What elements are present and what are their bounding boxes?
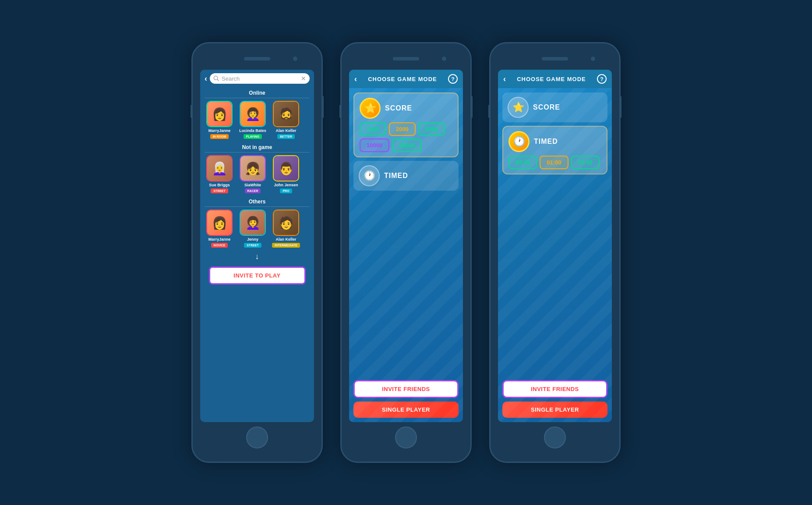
avatar-face-1: 👩: [207, 102, 232, 126]
screen3-header: ‹ CHOOSE GAME MODE ?: [498, 70, 612, 88]
bottom-buttons-2: INVITE FRIENDS SINGLE PLAYER: [353, 377, 459, 418]
timed-icon-3: 🕐: [508, 131, 530, 152]
score-mode-card-3[interactable]: ⭐ SCORE: [502, 92, 607, 122]
timed-mode-card-3[interactable]: 🕐 TIMED 00:45 01:00 01:30: [502, 126, 607, 174]
friend-name-john: John Jensen: [274, 183, 298, 187]
phone-home-button-3[interactable]: [544, 427, 566, 448]
friend-card-alan2[interactable]: 🧑 Alan Keller INTERMEDIATE: [270, 210, 302, 248]
friend-name-sia: SiaWhite: [244, 183, 261, 187]
single-player-button-3[interactable]: SINGLE PLAYER: [502, 402, 607, 418]
single-player-button-2[interactable]: SINGLE PLAYER: [353, 402, 459, 418]
search-clear-icon[interactable]: ✕: [301, 75, 306, 82]
help-button-2[interactable]: ?: [448, 74, 458, 84]
time-0045[interactable]: 00:45: [508, 156, 537, 169]
screen-2: ‹ CHOOSE GAME MODE ? ⭐ SCORE 1000 2000 5…: [349, 70, 463, 422]
phone-2: ‹ CHOOSE GAME MODE ? ⭐ SCORE 1000 2000 5…: [340, 42, 472, 463]
badge-marryjanne2: NOVICE: [211, 243, 228, 248]
friend-card-john[interactable]: 👨 John Jensen PRO: [270, 155, 302, 193]
screen2-title: CHOOSE GAME MODE: [357, 76, 448, 82]
invite-to-play-button[interactable]: INVITE TO PLAY: [209, 267, 306, 285]
friend-card-marryjanne[interactable]: 👩 MarryJanne IN ROOM: [204, 101, 235, 139]
phone-speaker-1: [244, 57, 270, 60]
online-section-label: Online: [200, 87, 314, 98]
side-button-right-3: [620, 96, 621, 118]
score-2000[interactable]: 2000: [389, 122, 416, 136]
not-in-game-section-label: Not in game: [200, 142, 314, 152]
avatar-jenny: 👩‍🦱: [240, 210, 266, 236]
score-25000[interactable]: 25000: [392, 139, 422, 152]
side-button-left-2: [339, 105, 341, 118]
avatar-face-6: 👨: [274, 156, 298, 181]
invite-friends-button-3[interactable]: INVITE FRIENDS: [502, 380, 607, 398]
phone-1: ‹ Search ✕ Online 👩 MarryJanne: [191, 42, 323, 463]
back-button-1[interactable]: ‹: [205, 74, 207, 83]
friend-name-marryjanne: MarryJanne: [208, 128, 231, 133]
screen-3: ‹ CHOOSE GAME MODE ? ⭐ SCORE 🕐 TIMED 00:…: [498, 70, 612, 422]
time-0130[interactable]: 01:30: [571, 156, 600, 169]
screen1-header: ‹ Search ✕: [200, 70, 314, 87]
timed-mode-header: 🕐 TIMED: [359, 165, 453, 186]
avatar-alan1: 🧔: [273, 101, 299, 127]
avatar-face-4: 👩‍🦳: [207, 156, 232, 181]
score-mode-header-3: ⭐ SCORE: [508, 97, 602, 118]
badge-sue: STREET: [211, 188, 228, 193]
search-placeholder: Search: [222, 75, 299, 82]
score-5000[interactable]: 5000: [418, 122, 445, 136]
friend-name-sue: Sue Briggs: [209, 183, 230, 187]
timed-label-3: TIMED: [534, 138, 558, 146]
score-mode-header: ⭐ SCORE: [360, 98, 452, 119]
side-button-right-2: [471, 96, 473, 118]
friends-list-content: Online 👩 MarryJanne IN ROOM 👩‍🦱 Lucinda …: [200, 87, 314, 422]
badge-alan1: BETTER: [277, 134, 295, 139]
friend-card-sue[interactable]: 👩‍🦳 Sue Briggs STREET: [204, 155, 235, 193]
friend-card-sia[interactable]: 👧 SiaWhite RACER: [237, 155, 268, 193]
screen2-header: ‹ CHOOSE GAME MODE ?: [349, 70, 463, 88]
friend-card-lucinda[interactable]: 👩‍🦱 Lucinda Bates PLAYING: [237, 101, 268, 139]
not-in-game-friends-grid: 👩‍🦳 Sue Briggs STREET 👧 SiaWhite RACER 👨: [200, 153, 314, 196]
score-options: 1000 2000 5000 10000 25000: [360, 122, 452, 152]
badge-john: PRO: [280, 188, 292, 193]
score-10000[interactable]: 10000: [360, 139, 389, 152]
avatar-face-3: 🧔: [274, 102, 298, 126]
score-icon: ⭐: [360, 98, 381, 119]
avatar-face-7: 👩: [207, 210, 232, 235]
badge-jenny: STREET: [244, 243, 261, 248]
friend-card-marryjanne2[interactable]: 👩 MarryJanne NOVICE: [204, 210, 235, 248]
friend-card-alan1[interactable]: 🧔 Alan Keller BETTER: [270, 101, 302, 139]
timed-mode-header-3: 🕐 TIMED: [508, 131, 601, 152]
help-button-3[interactable]: ?: [597, 74, 607, 84]
timed-mode-card[interactable]: 🕐 TIMED: [353, 161, 459, 191]
avatar-sia: 👧: [240, 155, 266, 181]
invite-friends-button-2[interactable]: INVITE FRIENDS: [353, 380, 459, 398]
search-bar[interactable]: Search ✕: [210, 73, 310, 84]
side-button-left-3: [488, 105, 490, 118]
avatar-marryjanne: 👩: [206, 101, 233, 127]
friend-card-jenny[interactable]: 👩‍🦱 Jenny STREET: [237, 210, 268, 248]
badge-marryjanne: IN ROOM: [210, 134, 229, 139]
phone-top-bar-3: [491, 52, 619, 65]
score-label: SCORE: [385, 104, 412, 112]
badge-lucinda: PLAYING: [244, 134, 262, 139]
friend-name-marryjanne2: MarryJanne: [208, 237, 231, 242]
score-mode-card[interactable]: ⭐ SCORE 1000 2000 5000 10000 25000: [353, 92, 459, 157]
game-mode-body-2: ⭐ SCORE 1000 2000 5000 10000 25000 🕐 TIM…: [349, 88, 463, 422]
side-button-left-1: [191, 105, 192, 118]
score-1000[interactable]: 1000: [360, 122, 386, 136]
avatar-face-5: 👧: [240, 156, 265, 181]
friend-name-alan1: Alan Keller: [275, 128, 296, 133]
friend-name-jenny: Jenny: [247, 237, 258, 242]
avatar-lucinda: 👩‍🦱: [240, 101, 266, 127]
phone-camera-3: [591, 57, 595, 61]
avatar-john: 👨: [273, 155, 299, 181]
phone-home-button-1[interactable]: [246, 427, 268, 448]
phone-camera-2: [442, 57, 446, 61]
time-options: 00:45 01:00 01:30: [508, 156, 601, 169]
phone-home-button-2[interactable]: [395, 427, 417, 448]
friend-name-alan2: Alan Keller: [275, 237, 296, 242]
others-friends-grid: 👩 MarryJanne NOVICE 👩‍🦱 Jenny STREET 🧑: [200, 207, 314, 250]
scroll-down-arrow: ↓: [200, 250, 314, 263]
badge-sia: RACER: [245, 188, 261, 193]
time-0100[interactable]: 01:00: [540, 156, 568, 169]
avatar-face-8: 👩‍🦱: [240, 210, 265, 235]
phone-speaker-2: [393, 57, 419, 60]
